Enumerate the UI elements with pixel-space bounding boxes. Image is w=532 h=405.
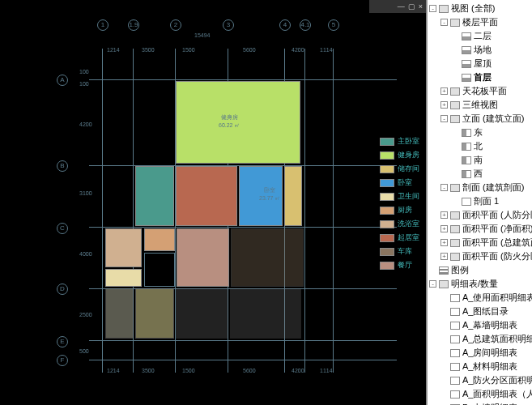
maximize-icon[interactable]: ▢ [408,0,415,13]
tree-node[interactable]: -楼层平面 [428,15,532,29]
collapse-icon[interactable]: - [440,115,448,122]
sh-icon [450,390,460,399]
room-stair[interactable] [144,253,175,287]
tree-node[interactable]: A_防火分区面积明细表 [428,373,532,387]
sh-icon [450,349,460,357]
dim: 5600 [243,368,256,373]
close-icon[interactable]: × [419,0,423,13]
tree-label: 屋顶 [474,58,492,70]
tree-label: 南 [474,154,483,166]
tree-node[interactable]: +面积平面 (总建筑面积) [428,236,532,249]
room-master-bed[interactable] [135,166,174,226]
room-bath[interactable] [105,228,142,267]
dim: 100 [79,81,89,87]
project-browser[interactable]: -视图 (全部)-楼层平面二层场地屋顶首层+天花板平面+三维视图-立面 (建筑立… [427,0,532,405]
grid-bubble: F [57,355,68,366]
tree-node[interactable]: A_材料明细表 [428,360,532,373]
expand-icon[interactable]: + [440,225,448,232]
tree-node[interactable]: A_房间明细表 [428,346,532,360]
legend-item: 健身房 [380,150,419,160]
tree-node[interactable]: +面积平面 (人防分区面积) [428,208,532,222]
tree-node[interactable]: B_内墙明细表 [428,401,532,405]
tree-node[interactable]: +三维视图 [428,98,532,112]
grid-line [89,360,397,360]
tree-node[interactable]: 北 [428,139,532,153]
tree-node[interactable]: 东 [428,126,532,139]
room-storage[interactable] [284,166,302,226]
tree-label: 三维视图 [462,99,498,111]
floor-plan[interactable]: 15494 1 1.9 2 3 4 4.1 5 1214 3500 1500 5… [8,16,421,397]
tree-label: 北 [474,140,483,152]
tree-node[interactable]: A_总建筑面积明细表 [428,332,532,346]
fp-icon [450,115,460,123]
tree-node[interactable]: A_面积明细表（人防面积） [428,387,532,401]
room-dining[interactable] [177,228,229,287]
collapse-icon[interactable]: - [429,280,436,288]
sh-icon [450,335,460,343]
grid-bubble: C [57,223,68,234]
tree-node[interactable]: A_使用面积明细表 [428,291,532,305]
fp-icon [450,211,460,220]
tree-node[interactable]: 西 [428,167,532,181]
tree-node[interactable]: 剖面 1 [428,194,532,208]
room-wc[interactable] [105,269,142,287]
fp-icon [450,87,460,96]
expand-icon[interactable]: + [440,87,448,95]
tree-node[interactable]: -剖面 (建筑剖面) [428,181,532,194]
tree-label: 面积平面 (总建筑面积) [462,237,532,249]
tree-label: 明细表/数量 [451,278,498,290]
tree-label: 面积平面 (净面积) [462,223,532,235]
collapse-icon[interactable]: - [440,19,448,26]
tree-node[interactable]: +天花板平面 [428,84,532,98]
sh-icon [450,363,460,371]
dim: 4200 [292,368,304,373]
grid-bubble: 3 [223,19,234,31]
tree-node[interactable]: 图例 [428,263,532,277]
grid-bubble: 1 [97,19,109,31]
sc-icon [462,198,471,206]
fp-icon [450,19,460,27]
legend-item: 卧室 [380,177,419,188]
legend-item: 起居室 [380,232,419,243]
el-icon [462,156,471,164]
tree-node[interactable]: -明细表/数量 [428,277,532,291]
tree-label: A_幕墙明细表 [462,319,517,331]
tree-node[interactable]: 南 [428,153,532,167]
room-living[interactable] [176,166,237,226]
tree-node[interactable]: 屋顶 [428,57,532,70]
tree-node[interactable]: 二层 [428,29,532,43]
room-lower4[interactable] [230,288,301,339]
dim: 1500 [182,368,195,373]
tree-node[interactable]: +面积平面 (防火分区面积) [428,249,532,263]
dim: 5600 [243,47,256,53]
tree-node[interactable]: A_幕墙明细表 [428,318,532,332]
grid-line [333,49,334,373]
room-lower3[interactable] [176,288,228,339]
minimize-icon[interactable]: — [398,0,405,13]
tree-label: 东 [474,126,483,139]
expand-icon[interactable]: + [440,253,448,260]
tree-node[interactable]: -立面 (建筑立面) [428,112,532,126]
tree-label: 图例 [451,264,469,276]
room-legend: 主卧室 健身房 储存间 卧室 卫生间 厨房 洗浴室 起居室 车库 餐厅 [380,136,419,274]
collapse-icon[interactable]: - [440,184,448,191]
collapse-icon[interactable]: - [429,5,436,12]
expand-icon[interactable]: + [440,211,448,219]
drawing-canvas[interactable]: — ▢ × 15494 1 1.9 2 3 4 4.1 5 1214 3500 … [0,0,427,405]
dim: 2500 [79,312,92,318]
expand-icon[interactable]: + [440,239,448,246]
room-kitchen[interactable] [144,228,175,251]
tree-node[interactable]: 场地 [428,43,532,57]
room-lower1[interactable] [105,288,134,339]
grid-bubble: 1.9 [128,19,139,31]
expand-icon[interactable]: + [440,101,448,109]
tree-label: 西 [474,168,483,180]
tree-node[interactable]: 首层 [428,70,532,84]
room-lower2[interactable] [135,288,174,339]
tree-node[interactable]: A_图纸目录 [428,305,532,318]
tree-label: 楼层平面 [462,16,498,28]
tree-node[interactable]: -视图 (全部) [428,2,532,15]
room-garage[interactable] [231,228,304,287]
tree-node[interactable]: +面积平面 (净面积) [428,222,532,236]
grid-bubble: 4 [279,19,291,31]
